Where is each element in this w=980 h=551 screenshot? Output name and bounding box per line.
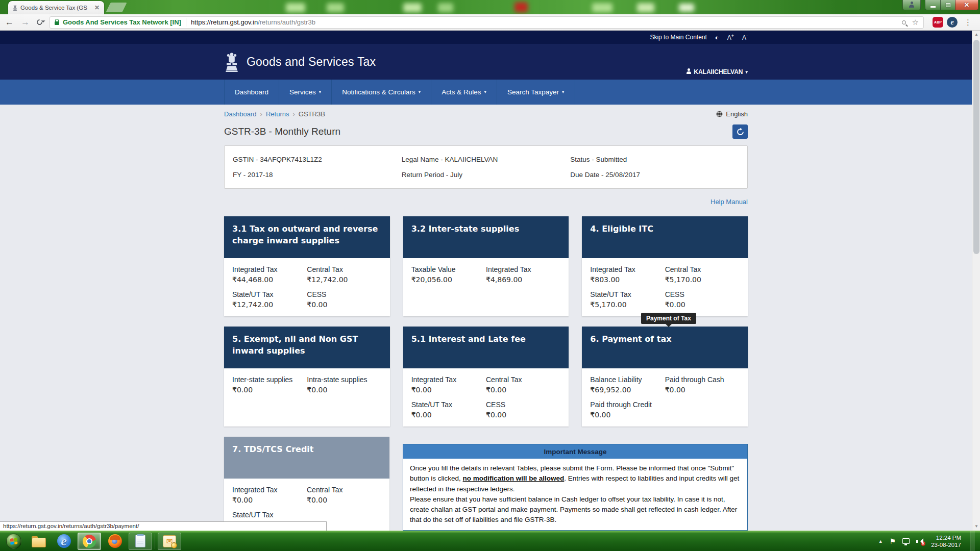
- language-selector[interactable]: English: [716, 110, 748, 118]
- volume-muted-icon[interactable]: ✕: [916, 538, 924, 544]
- summary-return-period: Return Period - July: [402, 171, 571, 179]
- wallpaper-blob: [679, 4, 694, 12]
- browser-menu-icon[interactable]: ⋮: [964, 18, 972, 27]
- folder-icon: [32, 536, 45, 546]
- breadcrumb-current: GSTR3B: [299, 110, 325, 118]
- card-field: CESS₹0.00: [307, 290, 381, 309]
- bookmark-star-icon[interactable]: ☆: [912, 18, 919, 26]
- contrast-toggle-icon[interactable]: ◐: [715, 34, 719, 41]
- taskbar-clock[interactable]: 12:24 PM 23-08-2017: [931, 534, 961, 548]
- desktop-wallpaper-strip: Goods & Service Tax (GS ✕ ✕: [0, 0, 980, 14]
- important-message-title: Important Message: [403, 444, 747, 459]
- nav-item-services[interactable]: Services▾: [279, 80, 331, 105]
- windows-taskbar: e ✉ ▲ ⚑ ✕ 12:24 PM 23-08-2017: [0, 531, 980, 551]
- new-tab-button[interactable]: [106, 3, 127, 12]
- reload-button[interactable]: [36, 18, 44, 27]
- refresh-return-button[interactable]: [732, 124, 748, 139]
- card-3-2-inter-state-supplies[interactable]: 3.2 Inter-state supplies Taxable Value₹2…: [403, 216, 569, 316]
- nav-item-search-taxpayer[interactable]: Search Taxpayer▾: [497, 80, 575, 105]
- nav-item-notifications[interactable]: Notifications & Circulars▾: [331, 80, 431, 105]
- adblock-extension-icon[interactable]: ABP: [933, 17, 943, 28]
- start-button[interactable]: [6, 534, 21, 549]
- card-field: Paid through Cash₹0.00: [665, 375, 740, 394]
- wallpaper-blob: [327, 3, 344, 12]
- page-scrollbar[interactable]: ▲ ▼: [972, 31, 980, 531]
- card-title: 3.2 Inter-state supplies: [403, 216, 569, 258]
- lock-icon: [55, 21, 59, 25]
- breadcrumb-returns[interactable]: Returns: [266, 110, 289, 118]
- back-button[interactable]: ←: [5, 18, 14, 27]
- user-menu[interactable]: KALAIICHELVAN ▾: [687, 68, 748, 76]
- taskbar-explorer-button[interactable]: [27, 533, 50, 550]
- wallpaper-blob: [438, 3, 453, 12]
- globe-icon: [716, 111, 723, 117]
- scroll-down-arrow-icon[interactable]: ▼: [972, 522, 980, 531]
- site-title: Goods and Services Tax: [247, 55, 376, 69]
- action-center-flag-icon[interactable]: ⚑: [890, 537, 896, 545]
- card-field: Integrated Tax₹44,468.00: [232, 265, 307, 284]
- tray-expand-icon[interactable]: ▲: [878, 539, 883, 544]
- card-field: Balance Liability₹69,952.00: [590, 375, 665, 394]
- card-title: 5. Exempt, nil and Non GST inward suppli…: [224, 327, 390, 368]
- taskbar-chrome-button[interactable]: [78, 533, 101, 550]
- page-viewport: Skip to Main Content ◐ A+ A- Goods and: [0, 31, 972, 531]
- url-path: /returns/auth/gstr3b: [258, 18, 901, 26]
- site-header: Goods and Services Tax KALAIICHELVAN ▾: [0, 44, 972, 80]
- internet-explorer-icon: e: [57, 534, 71, 548]
- taskbar-divider: [155, 534, 155, 549]
- card-4-eligible-itc[interactable]: 4. Eligible ITC Integrated Tax₹803.00 Ce…: [582, 216, 748, 316]
- page-zoom-icon[interactable]: [902, 20, 906, 24]
- browser-tab[interactable]: Goods & Service Tax (GS ✕: [8, 1, 104, 14]
- scroll-up-arrow-icon[interactable]: ▲: [972, 31, 980, 39]
- card-5-exempt-supplies[interactable]: 5. Exempt, nil and Non GST inward suppli…: [224, 327, 390, 427]
- card-field: Integrated Tax₹0.00: [232, 486, 307, 504]
- card-title: 5.1 Interest and Late fee: [403, 327, 569, 368]
- nav-item-dashboard[interactable]: Dashboard: [224, 80, 279, 105]
- card-field: State/UT Tax: [232, 511, 307, 521]
- ev-certificate-label[interactable]: Goods And Services Tax Network [IN]: [63, 18, 181, 26]
- person-icon: [910, 4, 914, 8]
- windows-logo-icon: [10, 538, 17, 544]
- breadcrumb-dashboard[interactable]: Dashboard: [224, 110, 257, 118]
- card-5-1-interest-late-fee[interactable]: 5.1 Interest and Late fee Integrated Tax…: [403, 327, 569, 427]
- font-decrease-button[interactable]: A-: [742, 33, 748, 41]
- accessibility-bar: Skip to Main Content ◐ A+ A-: [0, 31, 972, 44]
- font-increase-button[interactable]: A+: [727, 33, 734, 41]
- window-profile-button[interactable]: [902, 0, 921, 10]
- card-field: Central Tax₹5,170.00: [665, 265, 740, 284]
- url-bar[interactable]: Goods And Services Tax Network [IN] http…: [50, 16, 924, 29]
- card-7-tds-tcs-credit[interactable]: 7. TDS/TCS Credit Integrated Tax₹0.00 Ce…: [224, 437, 389, 531]
- language-label: English: [726, 110, 748, 118]
- taskbar-ie-button[interactable]: e: [52, 533, 76, 550]
- refresh-icon: [737, 128, 744, 136]
- user-icon: [687, 70, 691, 74]
- window-restore-button[interactable]: [940, 0, 955, 10]
- card-title: 6. Payment of tax: [582, 327, 748, 368]
- forward-button[interactable]: →: [21, 18, 30, 27]
- summary-gstin: GSTIN - 34AFQPK7413L1Z2: [233, 156, 402, 163]
- restore-icon: [946, 3, 950, 7]
- summary-fy: FY - 2017-18: [233, 171, 402, 179]
- tab-close-icon[interactable]: ✕: [93, 4, 101, 11]
- card-6-payment-of-tax[interactable]: 6. Payment of tax Balance Liability₹69,9…: [582, 327, 748, 427]
- show-desktop-button[interactable]: [970, 531, 975, 551]
- network-icon[interactable]: [902, 538, 910, 544]
- taskbar-notepad-button[interactable]: [129, 533, 152, 550]
- card-title: 3.1 Tax on outward and reverse charge in…: [224, 216, 390, 258]
- nav-item-acts-rules[interactable]: Acts & Rules▾: [431, 80, 497, 105]
- card-field: Taxable Value₹20,056.00: [411, 265, 486, 284]
- taskbar-firefox-button[interactable]: [103, 533, 127, 550]
- payment-of-tax-tooltip: Payment of Tax: [641, 313, 696, 324]
- user-name: KALAIICHELVAN: [694, 68, 743, 76]
- taskbar-outlook-button[interactable]: ✉: [158, 533, 181, 550]
- help-manual-link[interactable]: Help Manual: [710, 198, 748, 206]
- return-summary-panel: GSTIN - 34AFQPK7413L1Z2 Legal Name - KAL…: [224, 145, 748, 189]
- window-minimize-button[interactable]: [925, 0, 940, 10]
- no-modification-warning: no modification will be allowed: [463, 474, 565, 482]
- card-3-1-outward-supplies[interactable]: 3.1 Tax on outward and reverse charge in…: [224, 216, 390, 316]
- window-close-button[interactable]: ✕: [955, 0, 978, 10]
- scrollbar-thumb[interactable]: [973, 40, 979, 254]
- skip-to-main-link[interactable]: Skip to Main Content: [650, 34, 706, 41]
- card-title: 7. TDS/TCS Credit: [224, 437, 389, 479]
- ie-tab-extension-icon[interactable]: e: [947, 17, 958, 28]
